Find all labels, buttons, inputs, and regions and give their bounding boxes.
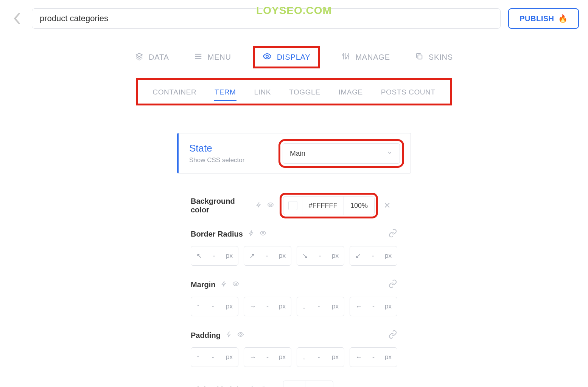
background-color-label: Background color [191, 197, 250, 214]
padding-right[interactable]: →-px [244, 347, 291, 367]
sub-tab-link[interactable]: LINK [253, 84, 272, 101]
background-hex-input[interactable] [302, 197, 344, 215]
tab-label: SKINS [429, 53, 453, 62]
display-sub-tabs: CONTAINER TERM LINK TOGGLE IMAGE POSTS C… [136, 78, 451, 105]
margin-top[interactable]: ↑-px [191, 297, 238, 316]
padding-left[interactable]: ←-px [350, 347, 397, 367]
state-card: State Show CSS selector Main [177, 133, 411, 173]
color-swatch[interactable] [288, 201, 297, 210]
publish-label: PUBLISH [520, 14, 554, 23]
svg-point-11 [270, 204, 272, 206]
eye-icon[interactable] [260, 385, 267, 387]
field-border-radius: Border Radius ↖-px ↗-px ↘-px ↙-px [177, 229, 411, 266]
lightning-icon[interactable] [221, 281, 227, 288]
main-tabs: DATA MENU DISPLAY MANAGE SKINS [0, 34, 588, 74]
eye-icon[interactable] [232, 280, 239, 289]
state-title: State [189, 142, 244, 154]
state-select[interactable]: Main [283, 143, 400, 164]
tab-display[interactable]: DISPLAY [253, 46, 320, 68]
field-minimal-height: Minimal height px [177, 381, 411, 387]
chevron-down-icon [387, 149, 393, 158]
svg-rect-10 [418, 55, 422, 59]
eye-icon[interactable] [237, 331, 244, 339]
border-radius-top-right[interactable]: ↗-px [244, 246, 291, 266]
link-values-icon[interactable] [388, 330, 397, 341]
margin-bottom[interactable]: ↓-px [297, 297, 344, 316]
eye-icon [263, 52, 272, 63]
widget-title-input[interactable] [32, 8, 501, 29]
svg-point-12 [262, 232, 264, 234]
border-radius-top-left[interactable]: ↖-px [191, 246, 238, 266]
tab-label: DATA [149, 53, 169, 62]
background-alpha-input[interactable] [344, 197, 374, 215]
minimal-height-control: px [283, 381, 333, 387]
field-background-color: Background color ✕ [177, 196, 411, 215]
minimal-height-label: Minimal height [191, 385, 244, 387]
svg-point-8 [345, 57, 347, 59]
svg-point-7 [343, 54, 344, 56]
sub-tab-toggle[interactable]: TOGGLE [288, 84, 321, 101]
padding-top[interactable]: ↑-px [191, 347, 238, 367]
lightning-icon[interactable] [256, 202, 262, 209]
tab-menu[interactable]: MENU [191, 46, 234, 68]
link-values-icon[interactable] [388, 229, 397, 239]
minimal-height-input[interactable] [283, 381, 305, 387]
back-button[interactable] [9, 11, 24, 26]
sub-tab-posts-count[interactable]: POSTS COUNT [380, 84, 436, 101]
border-radius-bottom-right[interactable]: ↘-px [297, 246, 344, 266]
fire-icon: 🔥 [558, 14, 568, 23]
tab-label: MANAGE [355, 53, 390, 62]
menu-icon [194, 52, 202, 62]
padding-label: Padding [191, 331, 221, 340]
tab-label: MENU [208, 53, 231, 62]
sliders-icon [342, 52, 350, 62]
field-padding: Padding ↑-px →-px ↓-px ←-px [177, 330, 411, 367]
background-color-control [283, 196, 375, 215]
clear-color-button[interactable]: ✕ [384, 201, 390, 211]
state-select-value: Main [290, 149, 305, 158]
svg-point-9 [348, 55, 349, 56]
eye-icon[interactable] [260, 230, 266, 238]
minimal-height-unit: px [305, 381, 320, 387]
svg-point-3 [266, 55, 268, 57]
field-margin: Margin ↑-px →-px ↓-px ←-px [177, 279, 411, 316]
svg-point-13 [235, 283, 236, 285]
tab-data[interactable]: DATA [132, 46, 172, 68]
sub-tab-term[interactable]: TERM [214, 84, 236, 101]
margin-right[interactable]: →-px [244, 297, 291, 316]
tab-manage[interactable]: MANAGE [339, 46, 393, 68]
eye-icon[interactable] [267, 201, 274, 210]
margin-label: Margin [191, 280, 216, 289]
copy-icon [415, 52, 423, 62]
link-values-icon[interactable] [388, 279, 397, 290]
border-radius-bottom-left[interactable]: ↙-px [350, 246, 397, 266]
layers-icon [135, 52, 143, 62]
margin-left[interactable]: ←-px [350, 297, 397, 316]
tab-skins[interactable]: SKINS [412, 46, 456, 68]
tab-label: DISPLAY [277, 53, 311, 62]
padding-bottom[interactable]: ↓-px [297, 347, 344, 367]
sub-tab-container[interactable]: CONTAINER [152, 84, 197, 101]
lightning-icon[interactable] [226, 331, 232, 339]
lightning-icon[interactable] [248, 230, 254, 238]
border-radius-label: Border Radius [191, 230, 243, 238]
publish-button[interactable]: PUBLISH 🔥 [508, 8, 579, 29]
svg-point-14 [240, 334, 242, 336]
show-css-selector-link[interactable]: Show CSS selector [189, 156, 244, 164]
sub-tab-image[interactable]: IMAGE [338, 84, 364, 101]
